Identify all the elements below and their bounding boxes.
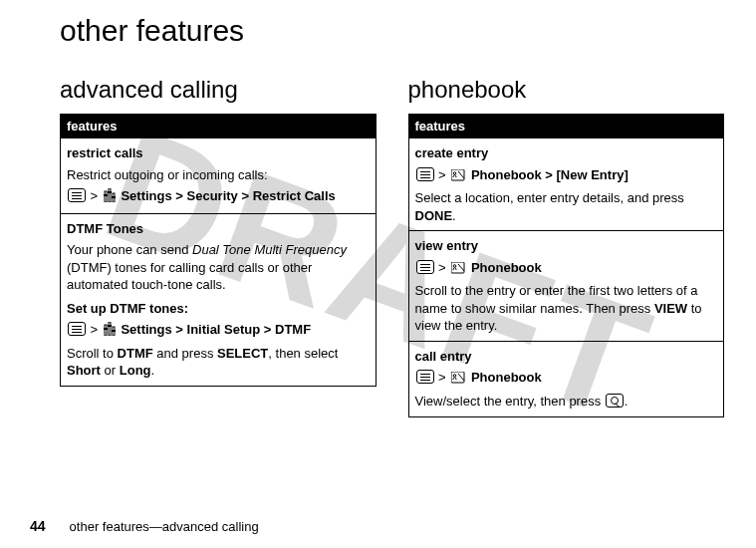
svg-rect-16 xyxy=(451,372,464,383)
svg-point-17 xyxy=(454,375,457,378)
text: or xyxy=(101,363,120,378)
path-text: Phonebook xyxy=(467,260,541,275)
path-text: Settings > Security > Restrict Calls xyxy=(118,188,336,203)
svg-rect-7 xyxy=(109,322,111,336)
text: Scroll to xyxy=(67,346,118,361)
bold-text: DTMF xyxy=(118,346,153,361)
svg-point-13 xyxy=(454,171,457,174)
feature-body: Select a location, enter entry details, … xyxy=(415,189,718,224)
svg-rect-14 xyxy=(451,262,464,273)
text: and press xyxy=(153,346,217,361)
page-content: other features advanced calling features… xyxy=(0,0,756,417)
svg-rect-9 xyxy=(104,328,108,330)
menu-key-icon xyxy=(416,260,434,274)
svg-rect-6 xyxy=(105,325,107,336)
menu-path: > Settings > Initial Setup > DTMF xyxy=(67,321,370,341)
table-row: DTMF Tones Your phone can send Dual Tone… xyxy=(61,213,377,386)
feature-body: Your phone can send Dual Tone Multi Freq… xyxy=(67,241,370,294)
table-row: view entry > Phonebook Scroll to the ent… xyxy=(408,231,724,342)
phonebook-icon xyxy=(451,168,465,186)
feature-title: DTMF Tones xyxy=(67,220,370,238)
path-sep: > xyxy=(435,167,450,182)
svg-rect-10 xyxy=(108,325,112,327)
bold-text: Long xyxy=(120,363,151,378)
svg-rect-4 xyxy=(108,191,112,193)
path-text: Phonebook > [New Entry] xyxy=(467,167,628,182)
text: , then select xyxy=(268,346,338,361)
left-column: advanced calling features restrict calls… xyxy=(60,76,377,387)
menu-key-icon xyxy=(68,188,86,202)
feature-title: view entry xyxy=(415,237,718,255)
table-header-row: features xyxy=(61,115,377,138)
columns: advanced calling features restrict calls… xyxy=(60,76,724,417)
svg-rect-1 xyxy=(109,188,111,202)
path-text: Phonebook xyxy=(467,370,541,385)
menu-path: > Settings > Security > Restrict Calls xyxy=(67,187,370,207)
text: (DTMF) tones for calling card calls or o… xyxy=(67,260,312,293)
path-sep: > xyxy=(435,260,450,275)
feature-cell-view-entry: view entry > Phonebook Scroll to the ent… xyxy=(408,231,724,342)
menu-path: > Phonebook > [New Entry] xyxy=(415,166,718,186)
path-sep: > xyxy=(87,322,102,337)
footer-text: other features—advanced calling xyxy=(70,519,259,534)
table-row: call entry > Phonebook View/select the e… xyxy=(408,341,724,416)
path-text: Settings > Initial Setup > DTMF xyxy=(118,322,311,337)
text: Your phone can send xyxy=(67,242,192,257)
feature-cell-dtmf: DTMF Tones Your phone can send Dual Tone… xyxy=(61,213,377,386)
svg-rect-11 xyxy=(112,330,116,332)
emphasis-text: Dual Tone Multi Frequency xyxy=(192,242,347,257)
text: Select a location, enter entry details, … xyxy=(415,190,684,205)
page-number: 44 xyxy=(30,518,46,534)
feature-title: create entry xyxy=(415,144,718,162)
section-title-advanced-calling: advanced calling xyxy=(60,76,377,104)
text: . xyxy=(625,394,629,409)
features-table-right: features create entry > Phonebook > [New… xyxy=(408,114,725,417)
settings-icon xyxy=(104,322,116,341)
text: . xyxy=(151,363,155,378)
text: . xyxy=(452,208,456,223)
svg-rect-12 xyxy=(451,169,464,180)
menu-key-icon xyxy=(68,322,86,336)
phonebook-icon xyxy=(451,261,465,279)
bold-text: DONE xyxy=(415,208,453,223)
table-header-cell: features xyxy=(408,115,724,138)
features-table-left: features restrict calls Restrict outgoin… xyxy=(60,114,377,387)
svg-rect-3 xyxy=(104,194,108,196)
settings-icon xyxy=(104,188,116,207)
path-sep: > xyxy=(435,370,450,385)
text: View/select the entry, then press xyxy=(415,394,605,409)
table-header-row: features xyxy=(408,115,724,138)
phonebook-icon xyxy=(451,371,465,389)
section-title-phonebook: phonebook xyxy=(408,76,725,104)
svg-rect-0 xyxy=(105,191,107,202)
feature-subhead: Set up DTMF tones: xyxy=(67,300,370,318)
table-row: restrict calls Restrict outgoing or inco… xyxy=(61,138,377,214)
feature-body: Scroll to DTMF and press SELECT, then se… xyxy=(67,345,370,380)
feature-body: View/select the entry, then press . xyxy=(415,393,718,411)
path-sep: > xyxy=(87,188,102,203)
page-title: other features xyxy=(60,14,724,48)
right-column: phonebook features create entry > Phoneb… xyxy=(408,76,725,417)
menu-key-icon xyxy=(416,370,434,384)
feature-body: Restrict outgoing or incoming calls: xyxy=(67,166,370,184)
send-key-icon xyxy=(606,394,624,408)
bold-text: Short xyxy=(67,363,101,378)
table-row: create entry > Phonebook > [New Entry] S… xyxy=(408,138,724,231)
feature-cell-create-entry: create entry > Phonebook > [New Entry] S… xyxy=(408,138,724,231)
feature-title: call entry xyxy=(415,348,718,366)
feature-title: restrict calls xyxy=(67,144,370,162)
svg-point-15 xyxy=(454,264,457,267)
menu-key-icon xyxy=(416,167,434,181)
feature-cell-call-entry: call entry > Phonebook View/select the e… xyxy=(408,341,724,416)
page-footer: 44 other features—advanced calling xyxy=(30,518,259,534)
feature-body: Scroll to the entry or enter the first t… xyxy=(415,282,718,335)
bold-text: VIEW xyxy=(654,301,687,316)
bold-text: SELECT xyxy=(217,346,268,361)
menu-path: > Phonebook xyxy=(415,369,718,389)
svg-rect-5 xyxy=(112,196,116,198)
menu-path: > Phonebook xyxy=(415,259,718,279)
feature-cell-restrict-calls: restrict calls Restrict outgoing or inco… xyxy=(61,138,377,214)
table-header-cell: features xyxy=(61,115,377,138)
